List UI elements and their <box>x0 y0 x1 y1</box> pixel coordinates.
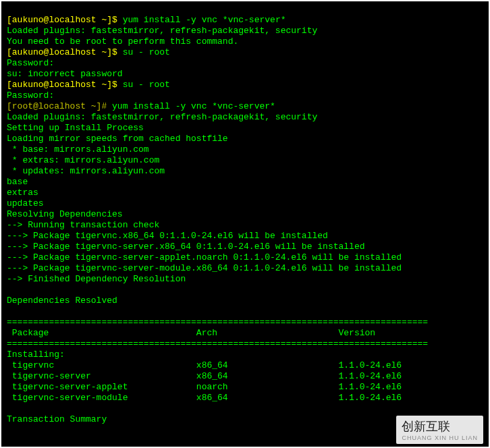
out-need-root: You need to be root to perform this comm… <box>7 36 238 47</box>
terminal-output[interactable]: [aukuno@localhost ~]$ yum install -y vnc… <box>1 1 489 447</box>
out-updates: updates <box>7 198 44 208</box>
installing-label: Installing: <box>7 349 65 360</box>
out-extras: extras <box>7 188 38 198</box>
separator-2: ========================================… <box>7 339 428 349</box>
table-header: Package Arch Version <box>7 328 375 338</box>
separator-1: ========================================… <box>7 317 428 327</box>
table-row: tigervnc-server-applet noarch 1.1.0-24.e… <box>7 382 402 392</box>
cmd-3: su - root <box>123 80 170 90</box>
out-mirror-updates: * updates: mirrors.aliyun.com <box>7 166 165 176</box>
cmd-1: yum install -y vnc *vnc-server* <box>123 15 286 25</box>
prompt-user-1: [aukuno@localhost ~]$ <box>7 15 123 25</box>
watermark-logo: 创新互联 CHUANG XIN HU LIAN <box>396 416 483 444</box>
out-mirror-extras: * extras: mirrors.aliyun.com <box>7 155 159 165</box>
out-pkg-1: ---> Package tigervnc.x86_64 0:1.1.0-24.… <box>7 231 328 241</box>
cmd-2: su - root <box>123 47 170 57</box>
txn-summary: Transaction Summary <box>7 414 107 424</box>
table-row: tigervnc-server x86_64 1.1.0-24.el6 <box>7 371 402 381</box>
out-setup: Setting up Install Process <box>7 123 144 133</box>
out-password-2: Password: <box>7 90 59 101</box>
out-mirror-base: * base: mirrors.aliyun.com <box>7 144 149 155</box>
watermark-subtext: CHUANG XIN HU LIAN <box>402 435 478 441</box>
cmd-4: yum install -y vnc *vnc-server* <box>112 101 275 111</box>
out-loading: Loading mirror speeds from cached hostfi… <box>7 134 228 144</box>
watermark-text: 创新互联 <box>402 418 478 435</box>
out-base: base <box>7 177 28 187</box>
out-pkg-2: ---> Package tigervnc-server.x86_64 0:1.… <box>7 242 365 252</box>
out-plugins-2: Loaded plugins: fastestmirror, refresh-p… <box>7 112 317 122</box>
prompt-user-3: [aukuno@localhost ~]$ <box>7 80 123 90</box>
prompt-root-1: [root@localhost ~]# <box>7 101 112 111</box>
out-dep-resolved: Dependencies Resolved <box>7 296 117 306</box>
out-incorrect: su: incorrect password <box>7 69 123 79</box>
table-row: tigervnc-server-module x86_64 1.1.0-24.e… <box>7 393 402 403</box>
prompt-user-2: [aukuno@localhost ~]$ <box>7 47 123 57</box>
out-resolving: Resolving Dependencies <box>7 209 123 219</box>
out-plugins-1: Loaded plugins: fastestmirror, refresh-p… <box>7 26 317 36</box>
out-pkg-4: ---> Package tigervnc-server-module.x86_… <box>7 263 402 273</box>
out-password-1: Password: <box>7 58 59 68</box>
out-finished: --> Finished Dependency Resolution <box>7 274 186 284</box>
out-pkg-3: ---> Package tigervnc-server-applet.noar… <box>7 252 402 262</box>
out-txn-check: --> Running transaction check <box>7 220 159 230</box>
table-row: tigervnc x86_64 1.1.0-24.el6 <box>7 360 402 370</box>
